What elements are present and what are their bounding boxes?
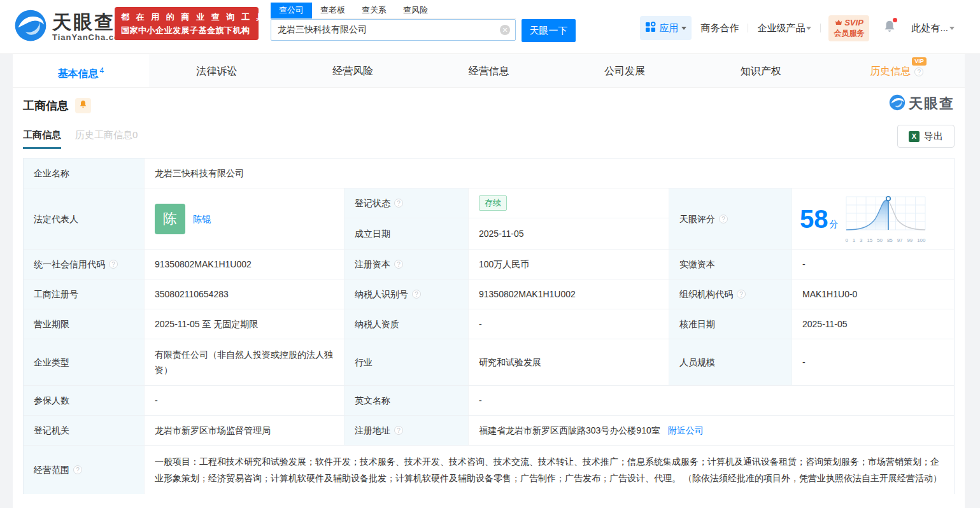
table-row: 企业类型 有限责任公司（非自然人投资或控股的法人独资） 行业 研究和试验发展 人… bbox=[24, 339, 954, 386]
taxpayer-qualification-value: - bbox=[469, 309, 669, 339]
tab-basic-info[interactable]: 基本信息4 bbox=[13, 54, 149, 87]
help-icon[interactable]: ? bbox=[394, 260, 403, 269]
tianyancha-logo-icon bbox=[14, 9, 47, 45]
chevron-down-icon bbox=[681, 27, 686, 30]
insured-count-value: - bbox=[145, 386, 344, 415]
est-date-label: 成立日期 bbox=[344, 218, 469, 249]
help-icon[interactable]: ? bbox=[412, 290, 421, 299]
industry-label: 行业 bbox=[344, 339, 469, 385]
page-container: 基本信息4 法律诉讼 经营风险 经营信息 公司发展 知识产权 历史信息VIP? … bbox=[13, 54, 965, 508]
help-icon[interactable]: ? bbox=[737, 290, 746, 299]
taxpayer-id-label: 纳税人识别号? bbox=[344, 279, 469, 309]
subtab-business-info[interactable]: 工商信息 bbox=[23, 129, 61, 149]
account-menu[interactable]: 此处有... bbox=[911, 22, 955, 34]
apps-menu-button[interactable]: 应用 bbox=[640, 16, 692, 40]
business-term-value: 2025-11-05 至 无固定期限 bbox=[145, 309, 344, 339]
help-icon[interactable]: ? bbox=[394, 199, 403, 208]
nav-divider bbox=[748, 24, 748, 32]
monitor-bell-button[interactable] bbox=[75, 98, 91, 113]
table-row: 经营范围? 一般项目：工程和技术研究和试验发展；软件开发；技术服务、技术开发、技… bbox=[24, 446, 954, 494]
tab-operation-risk[interactable]: 经营风险 bbox=[285, 54, 421, 87]
score-unit: 分 bbox=[830, 217, 839, 231]
legal-rep-label: 法定代表人 bbox=[24, 188, 145, 249]
search-tab-boss[interactable]: 查老板 bbox=[312, 3, 353, 18]
business-term-label: 营业期限 bbox=[24, 309, 145, 339]
approval-date-value: 2025-11-05 bbox=[792, 309, 954, 339]
notifications-bell-button[interactable] bbox=[883, 20, 896, 36]
search-tab-relation[interactable]: 查关系 bbox=[353, 3, 395, 18]
svip-member-button[interactable]: SVIP 会员服务 bbox=[828, 15, 869, 41]
nav-business-cooperation[interactable]: 商务合作 bbox=[700, 22, 739, 34]
tab-operation-info[interactable]: 经营信息 bbox=[421, 54, 557, 87]
legal-rep-value: 陈 陈锟 bbox=[145, 188, 344, 249]
search-zone: 查公司 查老板 查关系 查风险 ✕ 天眼一下 bbox=[271, 3, 576, 42]
credit-code-label: 统一社会信用代码? bbox=[24, 250, 145, 279]
help-icon[interactable]: ? bbox=[394, 426, 403, 435]
nav-enterprise-products[interactable]: 企业级产品 bbox=[757, 22, 811, 34]
nearby-companies-link[interactable]: 附近公司 bbox=[668, 423, 704, 437]
svip-label-top: SVIP bbox=[844, 18, 863, 27]
help-icon[interactable]: ? bbox=[109, 260, 118, 269]
nav-divider bbox=[820, 24, 821, 32]
notification-dot bbox=[893, 18, 897, 22]
promo-line2: 国家中小企业发展子基金旗下机构 bbox=[121, 25, 252, 36]
english-name-value: - bbox=[469, 386, 954, 415]
search-button[interactable]: 天眼一下 bbox=[522, 19, 576, 42]
apps-grid-icon bbox=[645, 22, 656, 35]
promo-banner: 都 在 用 的 商 业 查 询 工 具 国家中小企业发展子基金旗下机构 bbox=[115, 7, 259, 40]
staff-size-label: 人员规模 bbox=[669, 339, 792, 385]
svip-label-bottom: 会员服务 bbox=[834, 28, 864, 39]
table-row: 法定代表人 陈 陈锟 登记状态? 存续 成立日期 2025-11-05 天眼评分… bbox=[24, 188, 954, 250]
reg-status-label: 登记状态? bbox=[344, 188, 469, 218]
table-row: 工商注册号 350802110654283 纳税人识别号? 91350802MA… bbox=[24, 279, 954, 309]
company-name-value: 龙岩三快科技有限公司 bbox=[145, 159, 954, 188]
business-info-content: 天眼查 工商信息 工商信息 历史工商信息0 X 导出 bbox=[13, 88, 965, 494]
search-tab-risk[interactable]: 查风险 bbox=[395, 3, 436, 18]
staff-size-value: - bbox=[792, 339, 954, 385]
paid-capital-value: - bbox=[792, 250, 954, 279]
search-input[interactable] bbox=[271, 19, 516, 41]
company-name-label: 企业名称 bbox=[24, 159, 145, 188]
tab-company-development[interactable]: 公司发展 bbox=[557, 54, 693, 87]
reg-authority-value: 龙岩市新罗区市场监督管理局 bbox=[145, 416, 344, 445]
table-row: 企业名称 龙岩三快科技有限公司 bbox=[24, 159, 954, 188]
score-axis-labels: 0 1 3 15 50 85 97 99 100 bbox=[846, 237, 926, 243]
legal-rep-name-link[interactable]: 陈锟 bbox=[193, 212, 211, 226]
site-logo[interactable]: 天眼查 TianYanCha.com bbox=[14, 9, 128, 45]
approval-date-label: 核准日期 bbox=[669, 309, 792, 339]
help-icon[interactable]: ? bbox=[73, 465, 82, 474]
tianyancha-watermark: 天眼查 bbox=[889, 94, 955, 113]
reg-number-value: 350802110654283 bbox=[145, 279, 344, 309]
chevron-down-icon bbox=[806, 27, 811, 30]
clear-search-icon[interactable]: ✕ bbox=[500, 25, 510, 35]
insured-count-label: 参保人数 bbox=[24, 386, 145, 415]
company-type-label: 企业类型 bbox=[24, 339, 145, 385]
tianyancha-watermark-text: 天眼查 bbox=[909, 94, 955, 113]
section-header: 工商信息 bbox=[23, 88, 955, 113]
score-number: 58 bbox=[800, 206, 828, 232]
export-button[interactable]: X 导出 bbox=[897, 125, 955, 148]
table-row: 营业期限 2025-11-05 至 无固定期限 纳税人资质 - 核准日期 202… bbox=[24, 309, 954, 339]
export-button-label: 导出 bbox=[924, 131, 943, 143]
org-code-value: MAK1H1U0-0 bbox=[792, 279, 954, 309]
taxpayer-id-value: 91350802MAK1H1U002 bbox=[469, 279, 669, 309]
reg-number-label: 工商注册号 bbox=[24, 279, 145, 309]
reg-address-value: 福建省龙岩市新罗区西陂路303号办公楼910室 附近公司 bbox=[469, 416, 954, 445]
tab-legal-proceedings[interactable]: 法律诉讼 bbox=[149, 54, 285, 87]
reg-address-label: 注册地址? bbox=[344, 416, 469, 445]
help-icon[interactable]: ? bbox=[719, 215, 728, 223]
top-nav: 应用 商务合作 企业级产品 SVIP 会员服务 bbox=[640, 14, 963, 42]
help-icon[interactable]: ? bbox=[914, 67, 923, 76]
search-tab-company[interactable]: 查公司 bbox=[271, 3, 312, 18]
company-type-value: 有限责任公司（非自然人投资或控股的法人独资） bbox=[145, 339, 344, 385]
english-name-label: 英文名称 bbox=[344, 386, 469, 415]
table-row: 参保人数 - 英文名称 - bbox=[24, 386, 954, 416]
tab-intellectual-property[interactable]: 知识产权 bbox=[693, 54, 829, 87]
score-distribution-chart: 0 1 3 15 50 85 97 99 100 bbox=[844, 194, 928, 243]
top-header: 天眼查 TianYanCha.com 都 在 用 的 商 业 查 询 工 具 国… bbox=[0, 0, 980, 54]
subtab-history-business-info[interactable]: 历史工商信息0 bbox=[75, 129, 138, 149]
section-tabstrip: 基本信息4 法律诉讼 经营风险 经营信息 公司发展 知识产权 历史信息VIP? bbox=[13, 54, 965, 88]
reg-authority-label: 登记机关 bbox=[24, 416, 145, 445]
tab-history-info[interactable]: 历史信息VIP? bbox=[828, 54, 965, 87]
credit-code-value: 91350802MAK1H1U002 bbox=[145, 250, 344, 279]
